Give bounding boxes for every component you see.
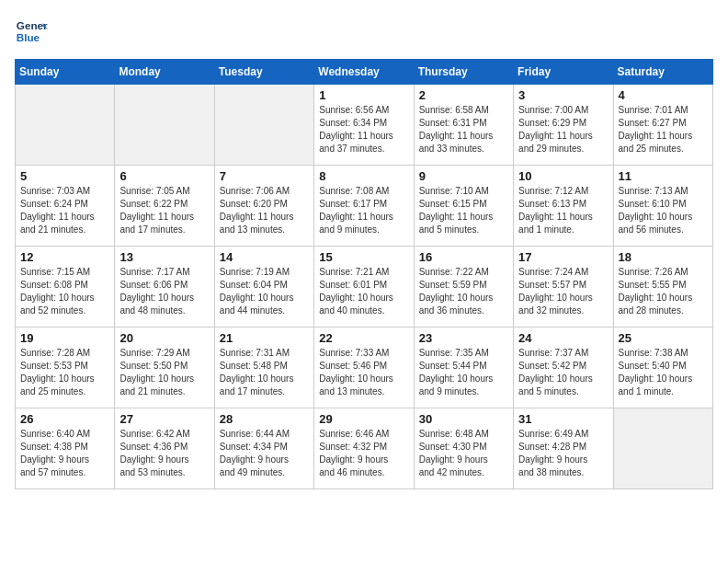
day-number: 28 [220, 412, 309, 426]
day-cell: 14Sunrise: 7:19 AM Sunset: 6:04 PM Dayli… [214, 247, 313, 327]
day-info: Sunrise: 7:19 AM Sunset: 6:04 PM Dayligh… [220, 266, 309, 317]
day-cell: 4Sunrise: 7:01 AM Sunset: 6:27 PM Daylig… [613, 85, 712, 166]
weekday-header-row: SundayMondayTuesdayWednesdayThursdayFrid… [16, 60, 713, 85]
day-info: Sunrise: 6:58 AM Sunset: 6:31 PM Dayligh… [419, 104, 508, 155]
day-number: 10 [518, 169, 608, 183]
day-info: Sunrise: 7:03 AM Sunset: 6:24 PM Dayligh… [20, 185, 109, 236]
weekday-header-friday: Friday [514, 60, 613, 85]
week-row-4: 19Sunrise: 7:28 AM Sunset: 5:53 PM Dayli… [16, 327, 713, 408]
day-info: Sunrise: 6:48 AM Sunset: 4:30 PM Dayligh… [419, 428, 508, 479]
logo-icon: General Blue [15, 15, 48, 48]
week-row-2: 5Sunrise: 7:03 AM Sunset: 6:24 PM Daylig… [16, 166, 713, 247]
week-row-3: 12Sunrise: 7:15 AM Sunset: 6:08 PM Dayli… [16, 247, 713, 327]
day-info: Sunrise: 6:56 AM Sunset: 6:34 PM Dayligh… [319, 104, 408, 155]
week-row-5: 26Sunrise: 6:40 AM Sunset: 4:38 PM Dayli… [16, 408, 713, 489]
day-number: 13 [119, 250, 209, 264]
day-cell: 26Sunrise: 6:40 AM Sunset: 4:38 PM Dayli… [16, 408, 115, 489]
day-cell: 10Sunrise: 7:12 AM Sunset: 6:13 PM Dayli… [514, 166, 613, 247]
day-number: 2 [419, 88, 508, 102]
day-info: Sunrise: 7:26 AM Sunset: 5:55 PM Dayligh… [619, 266, 708, 317]
day-cell [16, 85, 115, 166]
day-info: Sunrise: 7:28 AM Sunset: 5:53 PM Dayligh… [20, 347, 109, 398]
weekday-header-wednesday: Wednesday [314, 60, 414, 85]
weekday-header-sunday: Sunday [16, 60, 115, 85]
day-number: 4 [619, 88, 708, 102]
day-number: 25 [619, 331, 708, 345]
day-info: Sunrise: 7:24 AM Sunset: 5:57 PM Dayligh… [518, 266, 608, 317]
day-info: Sunrise: 7:31 AM Sunset: 5:48 PM Dayligh… [220, 347, 309, 398]
day-info: Sunrise: 7:37 AM Sunset: 5:42 PM Dayligh… [518, 347, 608, 398]
day-number: 31 [518, 412, 608, 426]
day-cell: 31Sunrise: 6:49 AM Sunset: 4:28 PM Dayli… [514, 408, 613, 489]
day-cell [115, 85, 214, 166]
day-cell: 15Sunrise: 7:21 AM Sunset: 6:01 PM Dayli… [314, 247, 414, 327]
day-cell: 6Sunrise: 7:05 AM Sunset: 6:22 PM Daylig… [115, 166, 214, 247]
day-number: 18 [619, 250, 708, 264]
day-cell: 12Sunrise: 7:15 AM Sunset: 6:08 PM Dayli… [16, 247, 115, 327]
day-info: Sunrise: 6:44 AM Sunset: 4:34 PM Dayligh… [220, 428, 309, 479]
day-number: 1 [319, 88, 408, 102]
day-number: 14 [220, 250, 309, 264]
day-cell [613, 408, 712, 489]
day-info: Sunrise: 6:49 AM Sunset: 4:28 PM Dayligh… [518, 428, 608, 479]
svg-text:Blue: Blue [17, 31, 40, 43]
day-number: 17 [518, 250, 608, 264]
weekday-header-thursday: Thursday [414, 60, 513, 85]
day-number: 24 [518, 331, 608, 345]
day-number: 19 [20, 331, 109, 345]
day-number: 9 [419, 169, 508, 183]
day-number: 21 [220, 331, 309, 345]
weekday-header-saturday: Saturday [613, 60, 712, 85]
day-info: Sunrise: 7:38 AM Sunset: 5:40 PM Dayligh… [619, 347, 708, 398]
day-number: 6 [119, 169, 209, 183]
weekday-header-monday: Monday [115, 60, 214, 85]
day-info: Sunrise: 7:29 AM Sunset: 5:50 PM Dayligh… [119, 347, 209, 398]
day-info: Sunrise: 6:40 AM Sunset: 4:38 PM Dayligh… [20, 428, 109, 479]
day-number: 29 [319, 412, 408, 426]
day-number: 11 [619, 169, 708, 183]
day-number: 22 [319, 331, 408, 345]
day-cell: 18Sunrise: 7:26 AM Sunset: 5:55 PM Dayli… [613, 247, 712, 327]
day-cell: 8Sunrise: 7:08 AM Sunset: 6:17 PM Daylig… [314, 166, 414, 247]
day-cell: 20Sunrise: 7:29 AM Sunset: 5:50 PM Dayli… [115, 327, 214, 408]
day-cell: 2Sunrise: 6:58 AM Sunset: 6:31 PM Daylig… [414, 85, 513, 166]
day-number: 26 [20, 412, 109, 426]
day-cell: 30Sunrise: 6:48 AM Sunset: 4:30 PM Dayli… [414, 408, 513, 489]
day-number: 3 [518, 88, 608, 102]
day-cell: 29Sunrise: 6:46 AM Sunset: 4:32 PM Dayli… [314, 408, 414, 489]
day-info: Sunrise: 7:00 AM Sunset: 6:29 PM Dayligh… [518, 104, 608, 155]
page-header: General Blue [15, 15, 713, 48]
day-number: 23 [419, 331, 508, 345]
day-number: 5 [20, 169, 109, 183]
day-cell: 24Sunrise: 7:37 AM Sunset: 5:42 PM Dayli… [514, 327, 613, 408]
day-info: Sunrise: 7:13 AM Sunset: 6:10 PM Dayligh… [619, 185, 708, 236]
day-info: Sunrise: 7:10 AM Sunset: 6:15 PM Dayligh… [419, 185, 508, 236]
day-info: Sunrise: 7:22 AM Sunset: 5:59 PM Dayligh… [419, 266, 508, 317]
day-cell: 27Sunrise: 6:42 AM Sunset: 4:36 PM Dayli… [115, 408, 214, 489]
day-number: 30 [419, 412, 508, 426]
day-cell: 16Sunrise: 7:22 AM Sunset: 5:59 PM Dayli… [414, 247, 513, 327]
day-cell: 17Sunrise: 7:24 AM Sunset: 5:57 PM Dayli… [514, 247, 613, 327]
day-info: Sunrise: 7:35 AM Sunset: 5:44 PM Dayligh… [419, 347, 508, 398]
day-cell: 1Sunrise: 6:56 AM Sunset: 6:34 PM Daylig… [314, 85, 414, 166]
day-info: Sunrise: 6:42 AM Sunset: 4:36 PM Dayligh… [119, 428, 209, 479]
day-number: 15 [319, 250, 408, 264]
day-info: Sunrise: 7:01 AM Sunset: 6:27 PM Dayligh… [619, 104, 708, 155]
day-info: Sunrise: 6:46 AM Sunset: 4:32 PM Dayligh… [319, 428, 408, 479]
day-cell: 22Sunrise: 7:33 AM Sunset: 5:46 PM Dayli… [314, 327, 414, 408]
day-info: Sunrise: 7:17 AM Sunset: 6:06 PM Dayligh… [119, 266, 209, 317]
logo: General Blue [15, 15, 48, 48]
day-info: Sunrise: 7:12 AM Sunset: 6:13 PM Dayligh… [518, 185, 608, 236]
day-info: Sunrise: 7:33 AM Sunset: 5:46 PM Dayligh… [319, 347, 408, 398]
day-cell: 9Sunrise: 7:10 AM Sunset: 6:15 PM Daylig… [414, 166, 513, 247]
day-number: 7 [220, 169, 309, 183]
day-cell: 19Sunrise: 7:28 AM Sunset: 5:53 PM Dayli… [16, 327, 115, 408]
day-number: 20 [119, 331, 209, 345]
week-row-1: 1Sunrise: 6:56 AM Sunset: 6:34 PM Daylig… [16, 85, 713, 166]
day-info: Sunrise: 7:08 AM Sunset: 6:17 PM Dayligh… [319, 185, 408, 236]
day-number: 12 [20, 250, 109, 264]
day-number: 8 [319, 169, 408, 183]
weekday-header-tuesday: Tuesday [214, 60, 313, 85]
day-info: Sunrise: 7:06 AM Sunset: 6:20 PM Dayligh… [220, 185, 309, 236]
day-info: Sunrise: 7:05 AM Sunset: 6:22 PM Dayligh… [119, 185, 209, 236]
